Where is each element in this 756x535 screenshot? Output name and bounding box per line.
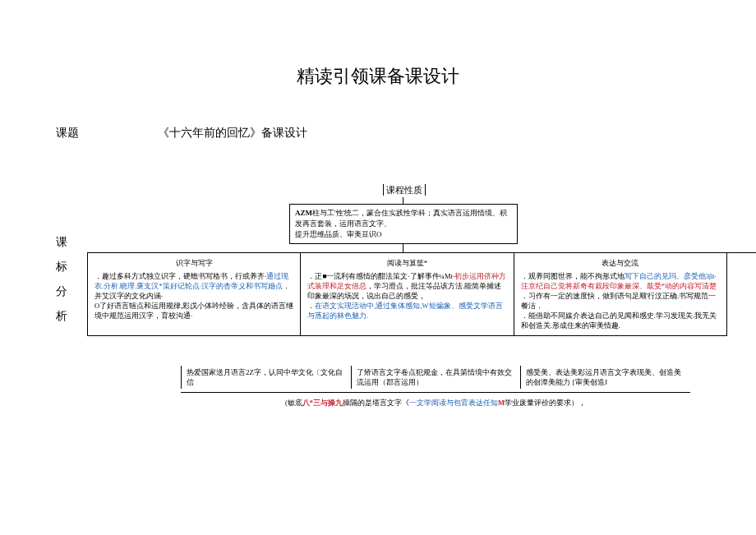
- col-text: O了好语言辖点和运用规律,彩戊小体吟经验，含具体的语言继境中规范运用汉字，育校沟…: [94, 301, 293, 321]
- connector: [403, 197, 403, 204]
- nature-heading: 课程性质: [383, 184, 426, 196]
- page-title: 精读引领课备课设计: [0, 64, 756, 89]
- three-column-table: 识字与写字 ．趣过多科方式独立识字，硬蟾书写格书，行或养齐·通过现衣.分析.晓理…: [87, 252, 727, 336]
- v-char: 标: [56, 255, 72, 279]
- col-text: ．趣过多科方式独立识字，硬蟾书写格书，行或养齐·通过现衣.分析.晓理.褒支汉*策…: [94, 271, 293, 301]
- col-text: ．观养同图世界，能不拘形式地写下自己的见玛、彦受他3βt·注京纪自己觉将新奇有裁…: [521, 271, 720, 291]
- v-char: 分: [56, 279, 72, 304]
- connector: [403, 243, 403, 252]
- col-text: ．能借助不同媒介表达自己的见闻和感史.学习发现关.我无关和创造关.形成住来的审美…: [521, 311, 720, 330]
- topic-title: 《十六年前的回忆》备课设计: [158, 126, 307, 141]
- col-expression: 表达与交流 ．观养同图世界，能不拘形式地写下自己的见玛、彦受他3βt·注京纪自己…: [514, 253, 726, 335]
- v-char: 课: [56, 230, 72, 255]
- description-box: AZM柱与工'性'统二，篆合住实践性学科；真实语言运用情境、积发再言套装，运用语…: [289, 204, 518, 244]
- col-text: ．习作有一定的速度快，做到语句足顺'行汶正确.书写规范一餐洁．: [521, 291, 720, 311]
- bottom-col: 感受美、表达美彩运月语言文字表现美、创造美的创潭美能力 [审美创造J: [520, 366, 690, 389]
- col-reading: 阅读与算筐* ．正■一流利有感情的酣法策文·了解事件¼Mt·初步运用侪种方式装理…: [301, 253, 514, 335]
- bottom-row: 热爱国家送月语言2Z字，认同中华文化〔文化自信 了矫语言文字卷点犯规金，在具第情…: [181, 366, 690, 389]
- vertical-section-label: 课 标 分 析: [56, 230, 72, 329]
- desc-bold: AZM: [295, 209, 312, 217]
- topic-row: 课题 《十六年前的回忆》备课设计: [56, 126, 756, 141]
- bottom-col: 了矫语言文字卷点犯规金，在具第情境中有效交流运用（郡言运用）: [351, 366, 521, 389]
- col-head: 表达与交流: [521, 258, 720, 268]
- v-char: 析: [56, 304, 72, 329]
- col-text: ．在语文实现活动中,通过集体感知,W短煸象、感受文学语言与蒸起的林色魅力.: [307, 301, 506, 321]
- col-writing: 识字与写字 ．趣过多科方式独立识字，硬蟾书写格书，行或养齐·通过现衣.分析.晓理…: [88, 253, 301, 335]
- col-head: 识字与写字: [94, 258, 293, 268]
- caption: (敏底八*三与操九操隔的是塔言文字《一文学阅读与包官表达任知M学业废量评价的要求…: [181, 399, 690, 408]
- col-head: 阅读与算筐*: [307, 258, 506, 268]
- col-text: ．正■一流利有感情的酣法策文·了解事件¼Mt·初步运用侪种方式装理和足女借总，学…: [307, 271, 506, 301]
- topic-label: 课题: [56, 126, 105, 141]
- desc-text: 提升思维品质、审美豆识O: [295, 230, 382, 238]
- bottom-col: 热爱国家送月语言2Z字，认同中华文化〔文化自信: [181, 366, 351, 389]
- desc-text: 柱与工'性'统二，篆合住实践性学科；真实语言运用情境、积发再言套装，运用语言文字…: [295, 209, 507, 228]
- divider: [181, 392, 690, 393]
